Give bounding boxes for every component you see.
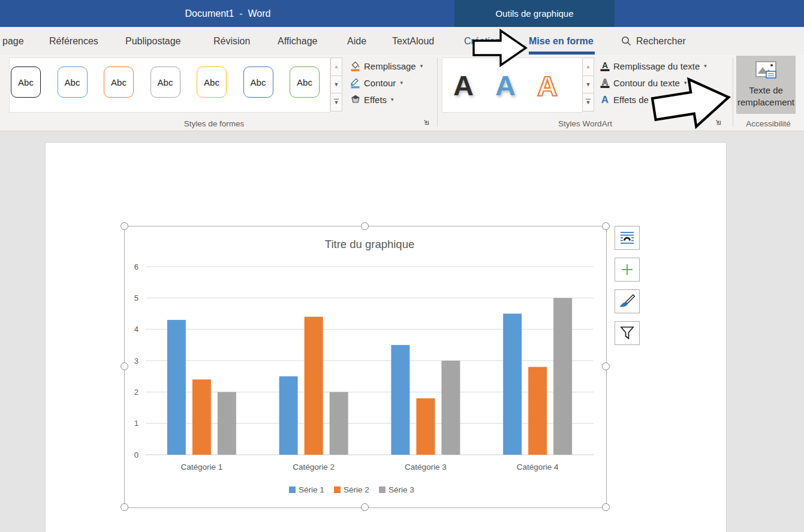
group-label-shape-styles: Styles de formes: [9, 119, 419, 128]
x-axis-category-label: Catégorie 4: [517, 463, 559, 471]
gallery-scroll-down-icon[interactable]: ▼: [330, 76, 342, 94]
svg-text:A: A: [602, 77, 608, 87]
tab-revision[interactable]: Révision: [213, 27, 250, 55]
wordart-style-thumbnail[interactable]: A: [442, 64, 484, 106]
y-axis-tick-label: 5: [134, 294, 138, 303]
y-axis-tick-label: 3: [134, 356, 138, 365]
shape-styles-gallery: AbcAbcAbcAbcAbcAbcAbc: [9, 58, 330, 113]
legend-label: Série 1: [299, 485, 324, 494]
alt-text-picture-icon: [754, 61, 778, 81]
chart-styles-button[interactable]: [615, 289, 640, 313]
layout-options-button[interactable]: [615, 226, 640, 250]
gallery-scroll-up-icon[interactable]: ▲: [330, 58, 342, 76]
gallery-scroll-up-icon[interactable]: ▲: [582, 58, 594, 76]
column-chart[interactable]: 0123456Titre du graphiqueCatégorie 1Caté…: [124, 226, 606, 507]
x-axis-category-label: Catégorie 1: [180, 463, 222, 471]
document-title: Document1 - Word: [0, 0, 456, 27]
tab-references[interactable]: Références: [49, 27, 98, 55]
search-box[interactable]: Rechercher: [621, 27, 686, 55]
dropdown-caret-icon: ▾: [400, 80, 403, 86]
chart-filters-button[interactable]: [615, 321, 640, 345]
bar-série-2[interactable]: [528, 367, 547, 455]
gallery-more-icon[interactable]: ▼: [330, 93, 342, 111]
legend-label: Série 3: [389, 485, 414, 494]
wordart-style-thumbnail[interactable]: A: [484, 64, 526, 106]
shape-style-thumbnail[interactable]: Abc: [104, 66, 134, 98]
chart-elements-button[interactable]: [615, 258, 640, 282]
tab-publipostage[interactable]: Publipostage: [125, 27, 181, 55]
search-label: Rechercher: [636, 36, 686, 47]
legend-swatch: [334, 486, 341, 493]
shape-fill-label: Remplissage: [364, 61, 416, 71]
chart-title[interactable]: Titre du graphique: [325, 238, 414, 250]
bar-série-3[interactable]: [441, 361, 460, 455]
annotation-arrow-mise-en-forme: [471, 28, 529, 68]
tab-affichage[interactable]: Affichage: [278, 27, 317, 55]
legend-label: Série 2: [344, 485, 369, 494]
y-axis-tick-label: 6: [134, 262, 138, 271]
annotation-arrow-texte-remplacement: [649, 72, 737, 134]
shape-outline-label: Contour: [364, 78, 396, 88]
tab-mise-en-page[interactable]: page: [2, 27, 24, 55]
bar-série-2[interactable]: [416, 398, 435, 455]
bar-série-2[interactable]: [192, 379, 211, 455]
bar-série-1[interactable]: [167, 320, 186, 455]
shape-effects-icon: [350, 94, 361, 105]
shape-style-thumbnail[interactable]: Abc: [58, 66, 88, 98]
svg-text:A: A: [537, 70, 558, 102]
shape-style-thumbnail[interactable]: Abc: [150, 66, 180, 98]
legend-swatch: [379, 486, 386, 493]
text-outline-icon: A: [600, 77, 610, 89]
svg-text:A: A: [602, 61, 608, 70]
shape-effects-button[interactable]: Effets▾: [350, 92, 394, 107]
svg-text:A: A: [601, 94, 609, 105]
y-axis-tick-label: 0: [134, 451, 138, 460]
group-separator: [437, 58, 438, 127]
shape-style-thumbnail[interactable]: Abc: [11, 66, 41, 98]
wordart-style-thumbnail[interactable]: A: [526, 64, 568, 106]
shape-styles-dialog-launcher-icon[interactable]: [422, 118, 430, 126]
tab-aide[interactable]: Aide: [347, 27, 366, 55]
group-label-accessibility: Accessibilité: [733, 119, 804, 128]
bar-série-3[interactable]: [218, 392, 236, 455]
wordart-gallery-scroll: ▲ ▼ ▼: [582, 58, 594, 111]
y-axis-tick-label: 1: [134, 419, 138, 428]
bar-série-2[interactable]: [305, 317, 323, 455]
bar-série-3[interactable]: [330, 392, 348, 455]
title-bar: Document1 - Word Outils de graphique: [0, 0, 804, 27]
dropdown-caret-icon: ▾: [391, 96, 394, 102]
tab-mise-en-forme[interactable]: Mise en forme: [529, 27, 594, 55]
dropdown-caret-icon: ▾: [420, 63, 423, 69]
fill-bucket-icon: [350, 61, 361, 72]
bar-série-1[interactable]: [279, 376, 298, 455]
chart-filters-funnel-icon: [619, 326, 635, 340]
shape-style-thumbnail[interactable]: Abc: [290, 66, 320, 98]
alt-text-button-label-line1: Texte de: [737, 84, 794, 96]
outline-pencil-icon: [350, 77, 361, 89]
shape-style-thumbnail[interactable]: Abc: [243, 66, 273, 98]
ribbon-tab-row: page Références Publipostage Révision Af…: [0, 27, 804, 55]
gallery-more-icon[interactable]: ▼: [582, 93, 594, 111]
shape-fill-button[interactable]: Remplissage▾: [350, 58, 423, 74]
tab-textaloud[interactable]: TextAloud: [392, 27, 434, 55]
chart-elements-plus-icon: [620, 262, 634, 277]
bar-série-3[interactable]: [553, 298, 572, 455]
legend-swatch: [289, 486, 296, 493]
bar-série-1[interactable]: [391, 345, 409, 455]
alt-text-button[interactable]: Texte de remplacement: [736, 56, 796, 114]
x-axis-category-label: Catégorie 2: [293, 463, 335, 471]
search-icon: [621, 36, 631, 46]
chart-styles-brush-icon: [619, 294, 636, 309]
x-axis-category-label: Catégorie 3: [405, 463, 447, 471]
bar-série-1[interactable]: [503, 314, 522, 455]
text-fill-icon: A: [600, 61, 610, 72]
y-axis-tick-label: 4: [134, 325, 138, 334]
alt-text-button-label-line2: remplacement: [737, 96, 794, 108]
gallery-scroll-down-icon[interactable]: ▼: [582, 76, 594, 94]
shape-outline-button[interactable]: Contour▾: [350, 75, 403, 90]
text-fill-label: Remplissage du texte: [613, 61, 700, 71]
layout-options-icon: [619, 231, 635, 245]
shape-style-thumbnail[interactable]: Abc: [197, 66, 227, 98]
word-window: Document1 - Word Outils de graphique pag…: [0, 0, 804, 532]
dropdown-caret-icon: ▾: [704, 63, 707, 69]
